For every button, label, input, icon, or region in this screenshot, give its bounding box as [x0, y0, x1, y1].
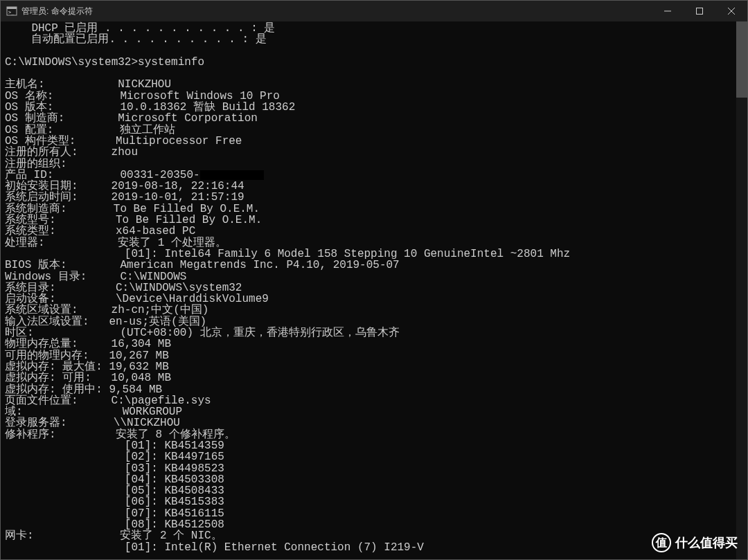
- scrollbar-thumb[interactable]: [736, 21, 747, 98]
- svg-text:>_: >_: [8, 10, 15, 15]
- vertical-scrollbar[interactable]: [736, 21, 747, 559]
- watermark-text: 什么值得买: [675, 534, 738, 551]
- maximize-button[interactable]: [684, 1, 715, 21]
- minimize-button[interactable]: [652, 1, 684, 21]
- watermark: 值 什么值得买: [652, 533, 738, 552]
- watermark-badge-icon: 值: [652, 533, 671, 552]
- redacted-text: [200, 170, 264, 180]
- console-area: DHCP 已启用 . . . . . . . . . . . : 是 自动配置已…: [1, 21, 747, 559]
- app-window: >_ 管理员: 命令提示符 DHCP 已启用 . . . . . . . . .…: [0, 0, 748, 560]
- titlebar[interactable]: >_ 管理员: 命令提示符: [1, 1, 747, 21]
- window-controls: [652, 1, 747, 21]
- window-title: 管理员: 命令提示符: [21, 6, 93, 17]
- svg-rect-4: [697, 8, 703, 15]
- console-output[interactable]: DHCP 已启用 . . . . . . . . . . . : 是 自动配置已…: [1, 21, 736, 559]
- svg-rect-1: [7, 7, 17, 9]
- cmd-icon: >_: [6, 6, 17, 17]
- close-button[interactable]: [715, 1, 747, 21]
